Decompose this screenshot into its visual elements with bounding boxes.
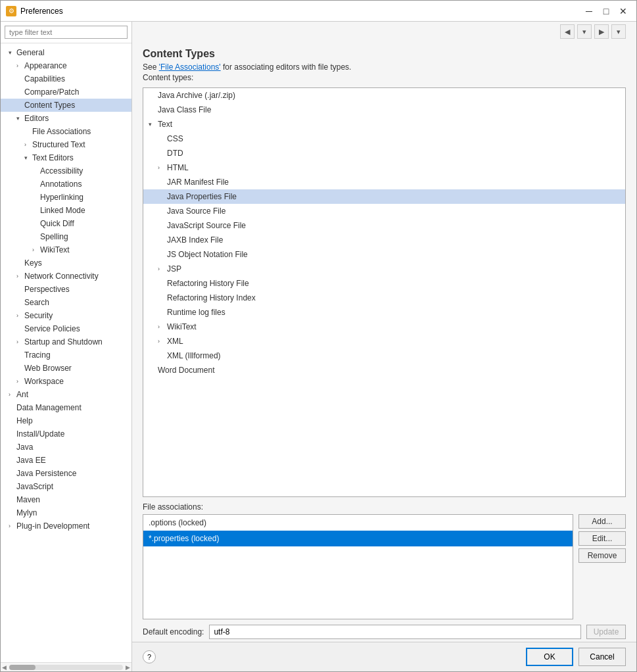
sidebar-item-label: Tracing: [24, 349, 129, 361]
ct-item-runtime-log[interactable]: Runtime log files: [143, 305, 625, 320]
sidebar-item-search[interactable]: Search: [1, 296, 131, 309]
encoding-input[interactable]: [209, 625, 581, 639]
ct-item-xml-illformed[interactable]: XML (Illformed): [143, 348, 625, 363]
sidebar-item-label: JavaScript: [16, 481, 129, 492]
ct-item-text[interactable]: ▾ Text: [143, 117, 625, 132]
scroll-right-icon[interactable]: ▶: [126, 664, 130, 671]
sidebar-item-mylyn[interactable]: Mylyn: [1, 506, 131, 519]
chevron-right-icon: ›: [16, 336, 24, 348]
sidebar-item-java-ee[interactable]: Java EE: [1, 454, 131, 467]
minimize-button[interactable]: ─: [581, 5, 597, 18]
sidebar-item-keys[interactable]: Keys: [1, 256, 131, 270]
sidebar-item-appearance[interactable]: › Appearance: [1, 59, 131, 72]
sidebar-item-capabilities[interactable]: Capabilities: [1, 72, 131, 85]
sidebar-item-wikitext[interactable]: › WikiText: [1, 243, 131, 256]
encoding-label: Default encoding:: [143, 627, 204, 636]
chevron-right-icon: ›: [16, 310, 24, 322]
sidebar-item-install-update[interactable]: Install/Update: [1, 427, 131, 441]
sidebar-item-accessibility[interactable]: Accessibility: [1, 164, 131, 178]
sidebar-item-text-editors[interactable]: ▾ Text Editors: [1, 151, 131, 164]
sidebar-item-service-policies[interactable]: Service Policies: [1, 322, 131, 335]
forward-dropdown-button[interactable]: ▾: [611, 24, 626, 39]
scroll-left-icon[interactable]: ◀: [2, 664, 7, 671]
sidebar-item-data-management[interactable]: Data Management: [1, 401, 131, 414]
sidebar-item-plug-in-development[interactable]: › Plug-in Development: [1, 519, 131, 533]
fa-item-properties[interactable]: *.properties (locked): [143, 531, 573, 546]
forward-button[interactable]: ▶: [594, 24, 609, 39]
sidebar-item-structured-text[interactable]: › Structured Text: [1, 138, 131, 151]
ct-item-javascript-source[interactable]: JavaScript Source File: [143, 218, 625, 233]
sidebar-item-editors[interactable]: ▾ Editors: [1, 112, 131, 125]
file-associations-link[interactable]: 'File Associations': [159, 62, 221, 72]
ct-item-java-properties[interactable]: Java Properties File: [143, 189, 625, 204]
sidebar-item-help[interactable]: Help: [1, 414, 131, 427]
edit-button[interactable]: Edit...: [578, 531, 626, 546]
ct-item-jaxb-index[interactable]: JAXB Index File: [143, 233, 625, 247]
ct-item-html[interactable]: › HTML: [143, 160, 625, 175]
ct-item-jsp[interactable]: › JSP: [143, 262, 625, 276]
bottom-right: OK Cancel: [526, 648, 626, 666]
add-button[interactable]: Add...: [578, 514, 626, 529]
chevron-right-icon: ›: [158, 263, 167, 275]
sidebar-item-perspectives[interactable]: Perspectives: [1, 283, 131, 296]
sidebar-item-maven[interactable]: Maven: [1, 493, 131, 506]
fa-item-options[interactable]: .options (locked): [143, 515, 573, 531]
ct-item-java-archive[interactable]: Java Archive (.jar/.zip): [143, 88, 625, 103]
ct-item-dtd[interactable]: DTD: [143, 146, 625, 160]
sidebar-item-content-types[interactable]: Content Types: [1, 99, 131, 112]
ct-item-refactoring-history[interactable]: Refactoring History File: [143, 276, 625, 291]
ct-item-java-source[interactable]: Java Source File: [143, 204, 625, 218]
chevron-right-icon: ›: [158, 321, 167, 333]
search-box: [1, 22, 131, 43]
window-controls: ─ □ ✕: [581, 5, 631, 18]
chevron-right-icon: ›: [9, 520, 16, 532]
ct-item-refactoring-history-index[interactable]: Refactoring History Index: [143, 291, 625, 305]
sidebar-item-hyperlinking[interactable]: Hyperlinking: [1, 191, 131, 204]
app-icon: ⚙: [6, 6, 16, 16]
ct-item-js-object-notation[interactable]: JS Object Notation File: [143, 247, 625, 262]
ok-button[interactable]: OK: [526, 648, 573, 666]
sidebar-item-label: Install/Update: [16, 428, 129, 440]
help-button[interactable]: ?: [143, 650, 156, 663]
sidebar-item-label: Data Management: [16, 402, 129, 414]
close-button[interactable]: ✕: [615, 5, 631, 18]
back-button[interactable]: ◀: [560, 24, 575, 39]
right-panel: ◀ ▾ ▶ ▾ Content Types See 'File Associat…: [132, 22, 636, 671]
sidebar-item-workspace[interactable]: › Workspace: [1, 375, 131, 388]
sidebar-item-file-associations[interactable]: File Associations: [1, 125, 131, 138]
cancel-button[interactable]: Cancel: [578, 648, 626, 666]
maximize-button[interactable]: □: [598, 5, 614, 18]
content-types-list: Java Archive (.jar/.zip) Java Class File…: [143, 87, 626, 497]
sidebar-item-java-persistence[interactable]: Java Persistence: [1, 467, 131, 480]
sidebar-item-tracing[interactable]: Tracing: [1, 348, 131, 362]
ct-item-jar-manifest[interactable]: JAR Manifest File: [143, 175, 625, 189]
sidebar-item-startup-shutdown[interactable]: › Startup and Shutdown: [1, 335, 131, 348]
update-button[interactable]: Update: [586, 625, 626, 639]
sidebar-item-javascript[interactable]: JavaScript: [1, 480, 131, 493]
sidebar-item-linked-mode[interactable]: Linked Mode: [1, 204, 131, 217]
scroll-h-thumb[interactable]: [9, 665, 35, 670]
ct-item-css[interactable]: CSS: [143, 132, 625, 146]
remove-button[interactable]: Remove: [578, 548, 626, 563]
sidebar-item-java[interactable]: Java: [1, 441, 131, 454]
ct-item-java-class[interactable]: Java Class File: [143, 103, 625, 117]
sidebar-item-web-browser[interactable]: Web Browser: [1, 362, 131, 375]
ct-item-word-document[interactable]: Word Document: [143, 363, 625, 377]
back-dropdown-button[interactable]: ▾: [577, 24, 592, 39]
sidebar-item-label: Security: [24, 310, 129, 322]
sidebar-item-general[interactable]: ▾ General: [1, 46, 131, 59]
filter-input[interactable]: [5, 26, 128, 39]
sidebar-item-spelling[interactable]: Spelling: [1, 230, 131, 243]
sidebar-item-annotations[interactable]: Annotations: [1, 178, 131, 191]
sidebar-item-ant[interactable]: › Ant: [1, 388, 131, 401]
file-associations-section: File associations: .options (locked) *.p…: [143, 497, 626, 619]
sidebar-item-label: Network Connectivity: [24, 270, 129, 282]
ct-item-wikitext[interactable]: › WikiText: [143, 320, 625, 334]
sidebar-item-quick-diff[interactable]: Quick Diff: [1, 217, 131, 230]
ct-item-xml[interactable]: › XML: [143, 334, 625, 348]
sidebar-item-security[interactable]: › Security: [1, 309, 131, 322]
sidebar-item-label: Startup and Shutdown: [24, 336, 129, 348]
sidebar-item-network-connectivity[interactable]: › Network Connectivity: [1, 270, 131, 283]
sidebar-item-compare-patch[interactable]: Compare/Patch: [1, 85, 131, 99]
chevron-right-icon: ›: [158, 335, 167, 347]
